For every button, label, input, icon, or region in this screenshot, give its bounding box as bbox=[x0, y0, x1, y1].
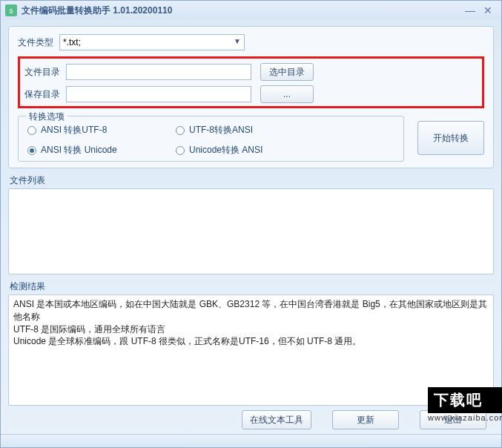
online-tool-button[interactable]: 在线文本工具 bbox=[242, 410, 311, 429]
close-button[interactable]: ✕ bbox=[479, 4, 497, 17]
radio-ansi-to-utf8[interactable]: ANSI 转换UTF-8 bbox=[27, 124, 176, 136]
save-dir-input[interactable] bbox=[66, 86, 251, 102]
titlebar: s 文件编码批量转换助手 1.01.20200110 — ✕ bbox=[1, 1, 501, 20]
file-type-row: 文件类型 *.txt; ▼ bbox=[18, 34, 484, 50]
status-bar bbox=[1, 434, 501, 447]
file-list-title: 文件列表 bbox=[10, 174, 494, 187]
app-icon: s bbox=[5, 4, 17, 16]
radio-ansi-to-unicode[interactable]: ANSI 转换 Unicode bbox=[27, 144, 176, 157]
select-dir-button[interactable]: 选中目录 bbox=[260, 63, 314, 81]
radio-utf8-to-ansi[interactable]: UTF-8转换ANSI bbox=[176, 124, 324, 136]
minimize-button[interactable]: — bbox=[461, 4, 479, 17]
convert-options-legend: 转换选项 bbox=[26, 111, 67, 123]
save-dir-label: 保存目录 bbox=[24, 88, 66, 101]
file-dir-label: 文件目录 bbox=[24, 66, 66, 79]
convert-row: 转换选项 ANSI 转换UTF-8 UTF-8转换ANSI ANSI 转换 Un… bbox=[18, 114, 484, 162]
file-type-label: 文件类型 bbox=[18, 36, 59, 49]
browse-button[interactable]: ... bbox=[260, 85, 314, 103]
file-type-combo[interactable]: *.txt; ▼ bbox=[59, 34, 245, 50]
radio-unicode-to-ansi[interactable]: Unicode转换 ANSI bbox=[176, 144, 324, 157]
file-dir-input[interactable] bbox=[66, 64, 251, 80]
result-title: 检测结果 bbox=[10, 280, 494, 293]
content-area: 文件类型 *.txt; ▼ 文件目录 选中目录 保存目录 ... bbox=[1, 20, 501, 434]
update-button[interactable]: 更新 bbox=[332, 410, 399, 429]
top-panel: 文件类型 *.txt; ▼ 文件目录 选中目录 保存目录 ... bbox=[8, 26, 494, 168]
chevron-down-icon: ▼ bbox=[234, 37, 241, 45]
result-line-2: UTF-8 是国际编码，通用全球所有语言 bbox=[13, 323, 489, 336]
app-window: s 文件编码批量转换助手 1.01.20200110 — ✕ 文件类型 *.tx… bbox=[0, 0, 502, 448]
exit-button[interactable]: 退出 bbox=[420, 410, 486, 429]
bottom-button-bar: 在线文本工具 更新 退出 bbox=[8, 406, 494, 431]
file-type-value: *.txt; bbox=[63, 37, 81, 47]
file-list-box[interactable] bbox=[8, 188, 494, 274]
highlighted-directory-section: 文件目录 选中目录 保存目录 ... bbox=[18, 56, 484, 108]
window-title: 文件编码批量转换助手 1.01.20200110 bbox=[22, 4, 461, 17]
result-box[interactable]: ANSI 是本国或本地区编码，如在中国大陆就是 GBK、GB2312 等，在中国… bbox=[8, 294, 494, 406]
convert-options-fieldset: 转换选项 ANSI 转换UTF-8 UTF-8转换ANSI ANSI 转换 Un… bbox=[18, 116, 404, 162]
start-convert-button[interactable]: 开始转换 bbox=[417, 121, 484, 155]
result-line-3: Unicode 是全球标准编码，跟 UTF-8 很类似，正式名称是UTF-16，… bbox=[13, 335, 489, 348]
result-line-1: ANSI 是本国或本地区编码，如在中国大陆就是 GBK、GB2312 等，在中国… bbox=[13, 298, 489, 323]
